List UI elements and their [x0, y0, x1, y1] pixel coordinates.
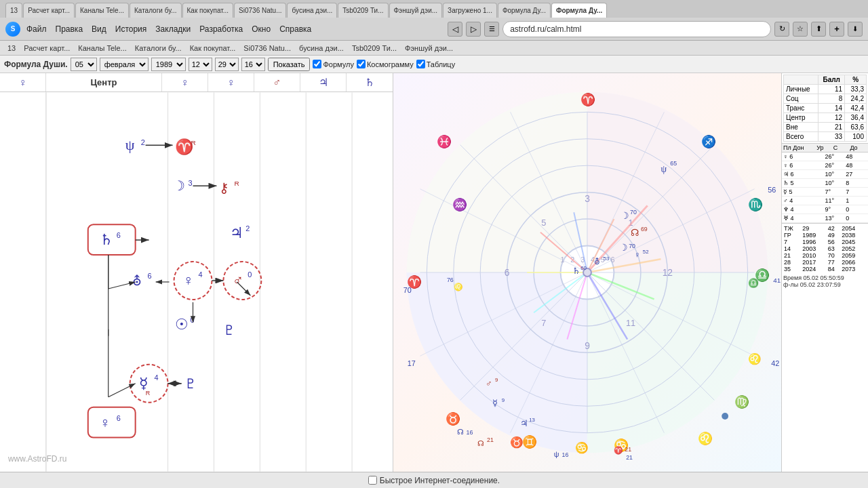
svg-text:9: 9 — [502, 397, 505, 403]
tab-13[interactable]: 13 — [5, 3, 22, 18]
bm-si[interactable]: Si0736 Natu... — [241, 43, 293, 53]
tab-rashet[interactable]: Расчет карт... — [23, 3, 75, 18]
svg-text:21: 21 — [625, 446, 631, 453]
url-bar[interactable]: astrofd.ru/calm.html — [502, 21, 771, 37]
menu-item-view[interactable]: Вид — [89, 23, 109, 35]
svg-text:♇: ♇ — [223, 323, 235, 338]
new-tab-button[interactable]: + — [829, 22, 844, 37]
menu-item-window[interactable]: Окно — [249, 23, 273, 35]
svg-text:21: 21 — [626, 454, 633, 461]
tab-zagruzh[interactable]: Загружено 1... — [443, 3, 497, 18]
svg-text:4: 4 — [198, 270, 202, 279]
tab-formula1[interactable]: Формула Ду... — [498, 3, 551, 18]
menu-item-edit[interactable]: Правка — [53, 23, 86, 35]
planet-header-row: ♀ Центр ♀ ♀ ♂ ♃ ♄ — [0, 73, 393, 92]
formula-checkbox[interactable] — [313, 60, 321, 68]
menu-item-history[interactable]: История — [113, 23, 150, 35]
menu-item-dev[interactable]: Разработка — [197, 23, 245, 35]
svg-text:16: 16 — [466, 429, 473, 436]
tab-fenshuy[interactable]: Фэншуй дэи... — [389, 3, 443, 18]
table-checkbox[interactable] — [416, 60, 425, 68]
h3-select[interactable]: 16 — [241, 58, 265, 71]
svg-text:☽: ☽ — [173, 178, 185, 193]
time-label: Время — [783, 274, 802, 281]
tab-busina[interactable]: бусина дэи... — [287, 3, 337, 18]
bm-fenshuy[interactable]: Фэншуй дэи... — [403, 43, 455, 53]
day-select[interactable]: 05 — [71, 58, 97, 71]
tab-si0736[interactable]: Si0736 Natu... — [234, 3, 286, 18]
detail-row: ☿ 57°7 — [782, 188, 868, 197]
back-button[interactable]: ◁ — [448, 22, 462, 37]
svg-text:♌: ♌ — [748, 352, 762, 365]
svg-text:⚷: ⚷ — [219, 180, 229, 195]
svg-text:1: 1 — [561, 256, 565, 264]
detail-row: ♃ 610°27 — [782, 170, 868, 179]
bm-tsb[interactable]: Tsb0209 Ти... — [350, 43, 399, 53]
tab-formula2[interactable]: Формула Ду... — [551, 3, 607, 18]
month-select[interactable]: февраля — [100, 58, 149, 71]
cosmogram-checkbox[interactable] — [357, 60, 366, 68]
downloads-button[interactable]: ⬇ — [848, 22, 863, 37]
svg-text:6: 6 — [148, 272, 152, 280]
menu-item-bookmarks[interactable]: Закладки — [153, 23, 193, 35]
tab-katalogy[interactable]: Каталоги бу... — [130, 3, 182, 18]
stat-col-label — [784, 75, 818, 85]
svg-text:www.AstroFD.ru: www.AstroFD.ru — [7, 454, 66, 464]
reload-button[interactable]: ↻ — [774, 22, 789, 37]
detail-row: ♀ 626°48 — [782, 161, 868, 170]
h1-select[interactable]: 12 — [189, 58, 212, 71]
svg-text:☊: ☊ — [631, 228, 639, 238]
stats-top: Балл % Личные1133,3Соц824,2Транс1442,4Це… — [782, 73, 868, 143]
svg-text:☽: ☽ — [619, 243, 628, 253]
svg-text:41: 41 — [773, 277, 781, 284]
svg-text:♉: ♉ — [510, 436, 524, 449]
internet-checkbox[interactable] — [368, 476, 377, 485]
show-button[interactable]: Показать — [268, 58, 311, 71]
forward-button[interactable]: ▷ — [466, 22, 481, 37]
diagram-svg: ψ 2 ♈ R ☽ 3 ⚷ R ♄ 6 — [0, 92, 393, 472]
menu-item-file[interactable]: Файл — [24, 23, 50, 35]
year-select[interactable]: 1989 — [151, 58, 186, 71]
svg-text:♍: ♍ — [734, 394, 750, 409]
bm-13[interactable]: 13 — [5, 43, 18, 53]
svg-text:ψ: ψ — [660, 164, 667, 174]
svg-text:♋: ♋ — [575, 441, 589, 454]
svg-text:6: 6 — [117, 414, 121, 422]
status-checkbox-label[interactable]: Быстрое Интернет-соединение. — [368, 476, 500, 485]
planet-col-venus3: ♀ — [208, 73, 254, 92]
left-panel: ♀ Центр ♀ ♀ ♂ ♃ ♄ ψ 2 — [0, 73, 393, 472]
stats-row: Транс1442,4 — [784, 104, 867, 113]
bm-katalogy[interactable]: Каталоги бу... — [133, 43, 184, 53]
bm-rashet[interactable]: Расчет карт... — [22, 43, 72, 53]
svg-text:♇: ♇ — [184, 376, 197, 391]
stat-col-pct: % — [845, 75, 867, 85]
svg-text:5: 5 — [541, 218, 546, 228]
svg-text:65: 65 — [670, 160, 677, 167]
share-button[interactable]: ⬆ — [811, 22, 826, 37]
svg-text:R: R — [234, 180, 239, 187]
detail-row: ♂ 411°1 — [782, 197, 868, 205]
tab-kak[interactable]: Как покупат... — [182, 3, 234, 18]
formula-checkbox-label[interactable]: Формулу — [313, 60, 353, 68]
bm-busina[interactable]: бусина дэи... — [297, 43, 346, 53]
tab-kanaly[interactable]: Каналы Tele... — [75, 3, 129, 18]
table-checkbox-label[interactable]: Таблицу — [416, 60, 456, 68]
svg-text:6: 6 — [611, 256, 615, 264]
svg-text:⛢: ⛢ — [594, 257, 600, 266]
bm-kanaly[interactable]: Каналы Tele... — [76, 43, 128, 53]
h2-select[interactable]: 29 — [215, 58, 239, 71]
status-text: Быстрое Интернет-соединение. — [380, 476, 500, 485]
svg-text:12: 12 — [663, 268, 673, 278]
cosmogram-checkbox-label[interactable]: Космограмму — [357, 60, 414, 68]
stats-row: Личные1133,3 — [784, 85, 867, 94]
bm-kak[interactable]: Как покупат... — [188, 43, 238, 53]
tab-tsb[interactable]: Tsb0209 Ти... — [338, 3, 388, 18]
bottom-row: 282017772066 — [783, 259, 867, 266]
add-bookmark-button[interactable]: ☆ — [793, 22, 808, 37]
menu-item-help[interactable]: Справка — [277, 23, 314, 35]
sidebar-toggle[interactable]: ☰ — [484, 22, 499, 37]
tab-bar: 13 Расчет карт... Каналы Tele... Каталог… — [0, 0, 868, 18]
bottom-row: 71996562045 — [783, 239, 867, 245]
status-bar: Быстрое Интернет-соединение. — [0, 472, 868, 488]
svg-text:2: 2 — [245, 224, 250, 232]
